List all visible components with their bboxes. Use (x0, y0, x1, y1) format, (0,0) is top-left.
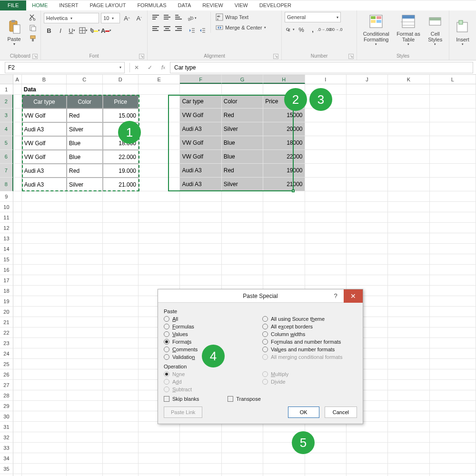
cell[interactable] (22, 212, 67, 223)
cell[interactable] (13, 390, 22, 401)
cell[interactable] (103, 317, 139, 327)
cell[interactable] (305, 150, 347, 164)
cell[interactable] (388, 380, 429, 390)
cell[interactable] (222, 432, 263, 443)
cell[interactable] (22, 348, 67, 359)
cell[interactable] (388, 422, 429, 432)
cell[interactable] (222, 223, 263, 233)
cell[interactable] (139, 233, 180, 244)
cell[interactable] (388, 122, 429, 136)
decrease-font-button[interactable]: Aˇ (134, 13, 144, 23)
cell[interactable] (388, 178, 429, 191)
cell[interactable] (13, 223, 22, 233)
cell[interactable] (305, 212, 347, 223)
cell[interactable] (222, 265, 263, 275)
cell[interactable] (263, 464, 305, 474)
cell[interactable] (67, 244, 102, 254)
row-header[interactable]: 36 (0, 474, 13, 476)
paste-option[interactable]: All using Source theme (262, 316, 357, 322)
cell[interactable] (13, 474, 22, 476)
cell[interactable] (263, 191, 305, 202)
cell[interactable] (430, 212, 476, 223)
cell[interactable] (103, 422, 139, 432)
cell[interactable] (222, 84, 263, 95)
cell[interactable] (388, 401, 429, 411)
cell[interactable] (103, 338, 139, 348)
cell[interactable] (22, 401, 67, 411)
cell[interactable] (67, 286, 102, 296)
align-right-button[interactable] (173, 23, 184, 34)
cell[interactable] (222, 244, 263, 254)
cell[interactable] (22, 390, 67, 401)
cell[interactable] (13, 95, 22, 109)
cell[interactable] (13, 84, 22, 95)
cell[interactable] (388, 317, 429, 327)
cell[interactable] (13, 191, 22, 202)
font-dialog-launcher[interactable]: ↘ (139, 54, 144, 59)
cell[interactable] (139, 122, 180, 136)
cell[interactable] (103, 265, 139, 275)
cell[interactable] (222, 443, 263, 453)
cell[interactable] (22, 327, 67, 338)
cell[interactable]: Audi A3 (180, 122, 221, 136)
cell[interactable] (430, 178, 476, 191)
cell[interactable] (430, 348, 476, 359)
cell[interactable] (67, 212, 102, 223)
cell[interactable]: Audi A3 (180, 178, 221, 191)
cell[interactable] (22, 202, 67, 212)
cell[interactable]: 19000 (263, 164, 305, 178)
cell[interactable] (22, 233, 67, 244)
cell[interactable] (67, 307, 102, 317)
cell[interactable] (22, 464, 67, 474)
skip-blanks-checkbox[interactable]: Skip blanks (164, 396, 199, 402)
cell[interactable]: Color (222, 95, 263, 109)
cell[interactable] (67, 223, 102, 233)
paste-link-button[interactable]: Paste Link (164, 407, 202, 418)
cell[interactable] (180, 202, 221, 212)
borders-button[interactable]: ▾ (78, 25, 89, 36)
cell[interactable] (22, 317, 67, 327)
cell[interactable] (388, 369, 429, 380)
cell[interactable] (22, 265, 67, 275)
cell[interactable] (22, 422, 67, 432)
row-header[interactable]: 17 (0, 275, 13, 286)
font-name-select[interactable]: Helvetica▾ (44, 13, 99, 23)
cell[interactable] (13, 411, 22, 422)
cell[interactable] (103, 296, 139, 307)
cell[interactable] (13, 327, 22, 338)
cell[interactable] (139, 474, 180, 476)
cell[interactable] (305, 164, 347, 178)
cell[interactable] (263, 275, 305, 286)
cell[interactable] (13, 432, 22, 443)
row-header[interactable]: 10 (0, 202, 13, 212)
increase-decimal-button[interactable]: .0→.00 (319, 24, 329, 35)
cancel-formula-button[interactable]: ✕ (130, 62, 143, 73)
cell[interactable] (388, 286, 429, 296)
col-header-I[interactable]: I (305, 75, 347, 84)
cell[interactable] (67, 474, 102, 476)
italic-button[interactable]: I (55, 25, 66, 36)
cell[interactable] (347, 212, 388, 223)
cell[interactable] (347, 178, 388, 191)
cell[interactable] (13, 296, 22, 307)
cell[interactable] (103, 474, 139, 476)
cell[interactable] (22, 223, 67, 233)
cell[interactable] (13, 212, 22, 223)
row-header[interactable]: 20 (0, 307, 13, 317)
cell[interactable] (263, 474, 305, 476)
cell[interactable] (388, 411, 429, 422)
cell[interactable] (430, 317, 476, 327)
cell[interactable] (347, 202, 388, 212)
cell[interactable] (222, 212, 263, 223)
cell[interactable] (430, 369, 476, 380)
cell[interactable] (22, 443, 67, 453)
cell[interactable] (22, 359, 67, 369)
cell[interactable] (222, 233, 263, 244)
underline-button[interactable]: U▾ (67, 25, 77, 36)
cell[interactable]: Data (22, 84, 67, 95)
row-header[interactable]: 32 (0, 432, 13, 443)
cell[interactable] (13, 401, 22, 411)
cell[interactable] (430, 443, 476, 453)
cell[interactable] (388, 212, 429, 223)
cell[interactable] (180, 244, 221, 254)
